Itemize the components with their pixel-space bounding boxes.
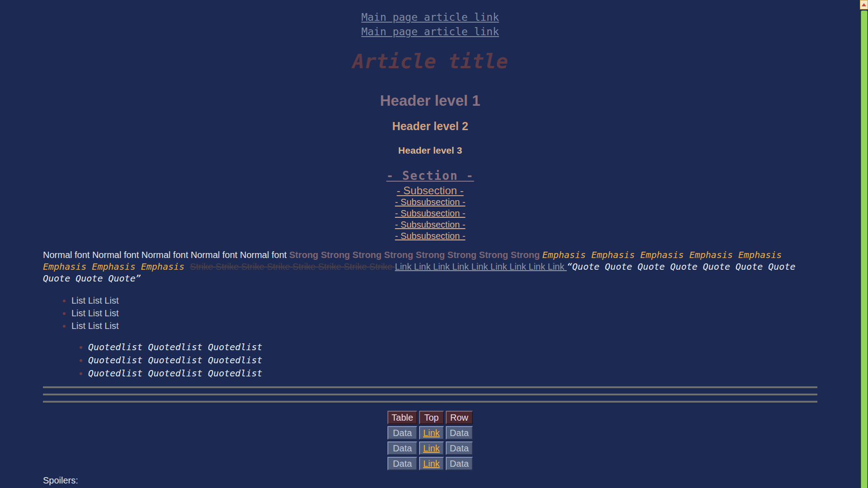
inline-link[interactable]: Link Link Link Link Link Link Link Link … bbox=[395, 262, 567, 272]
table-of-contents: - Section - - Subsection - - Subsubsecti… bbox=[43, 168, 817, 242]
table-data-cell: Data bbox=[387, 457, 417, 470]
bullet-list: List List List List List List List List … bbox=[43, 294, 817, 332]
list-item: List List List bbox=[71, 307, 817, 319]
section-link[interactable]: - Section - bbox=[386, 168, 474, 183]
up-arrow-icon bbox=[862, 3, 866, 6]
table-row: Data Link Data bbox=[387, 441, 473, 455]
subsection-link[interactable]: - Subsection - bbox=[43, 184, 817, 197]
horizontal-rule-2 bbox=[43, 394, 817, 395]
subsubsection-link-1[interactable]: - Subsubsection - bbox=[43, 197, 817, 208]
quoted-list-item: Quotedlist Quotedlist Quotedlist bbox=[88, 354, 817, 367]
table-data-cell: Data bbox=[387, 441, 417, 455]
header-level-3: Header level 3 bbox=[43, 145, 817, 156]
subsubsection-link-2[interactable]: - Subsubsection - bbox=[43, 208, 817, 219]
top-nav: Main page article link Main page article… bbox=[43, 10, 817, 39]
table-data-cell: Data bbox=[446, 426, 473, 440]
list-item: List List List bbox=[71, 294, 817, 307]
table-data-cell: Data bbox=[446, 441, 473, 455]
table-header-cell: Row bbox=[446, 411, 473, 424]
table-header-row: Table Top Row bbox=[387, 411, 473, 424]
sample-table: Table Top Row Data Link Data Data Link D… bbox=[386, 409, 475, 472]
quoted-list-item: Quotedlist Quotedlist Quotedlist bbox=[88, 367, 817, 380]
scroll-up-button[interactable] bbox=[860, 0, 868, 9]
list-item: List List List bbox=[71, 319, 817, 332]
main-page-link-1[interactable]: Main page article link bbox=[43, 10, 817, 24]
strike-text: Strike Strike Strike Strike Strike Strik… bbox=[190, 262, 395, 272]
header-level-2: Header level 2 bbox=[43, 119, 817, 133]
subsubsection-link-4[interactable]: - Subsubsection - bbox=[43, 230, 817, 242]
table-header-cell: Table bbox=[387, 411, 417, 424]
style-sample-paragraph: Normal font Normal font Normal font Norm… bbox=[43, 249, 817, 284]
table-row: Data Link Data bbox=[387, 426, 473, 440]
vertical-scrollbar[interactable] bbox=[860, 0, 868, 488]
horizontal-rule-1 bbox=[43, 386, 817, 388]
main-page-link-2[interactable]: Main page article link bbox=[43, 24, 817, 39]
article-title: Article title bbox=[43, 50, 817, 73]
subsubsection-link-3[interactable]: - Subsubsection - bbox=[43, 219, 817, 230]
normal-text: Normal font Normal font Normal font Norm… bbox=[43, 250, 289, 260]
table-row: Data Link Data bbox=[387, 457, 473, 470]
quoted-bullet-list: Quotedlist Quotedlist Quotedlist Quotedl… bbox=[43, 341, 817, 380]
table-header-cell: Top bbox=[419, 411, 444, 424]
table-link-cell: Link bbox=[419, 457, 444, 470]
spoilers-label: Spoilers: bbox=[43, 475, 817, 486]
table-data-cell: Data bbox=[446, 457, 473, 470]
quoted-list-item: Quotedlist Quotedlist Quotedlist bbox=[88, 341, 817, 354]
article-page: Main page article link Main page article… bbox=[0, 0, 868, 486]
horizontal-rule-3 bbox=[43, 401, 817, 403]
table-data-cell: Data bbox=[387, 426, 417, 440]
header-level-1: Header level 1 bbox=[43, 92, 817, 109]
table-link[interactable]: Link bbox=[423, 428, 440, 438]
strong-text: Strong Strong Strong Strong Strong Stron… bbox=[289, 250, 542, 260]
table-link[interactable]: Link bbox=[423, 443, 440, 453]
table-link-cell: Link bbox=[419, 441, 444, 455]
table-link[interactable]: Link bbox=[423, 459, 440, 469]
scrollbar-thumb[interactable] bbox=[861, 10, 868, 488]
table-link-cell: Link bbox=[419, 426, 444, 440]
